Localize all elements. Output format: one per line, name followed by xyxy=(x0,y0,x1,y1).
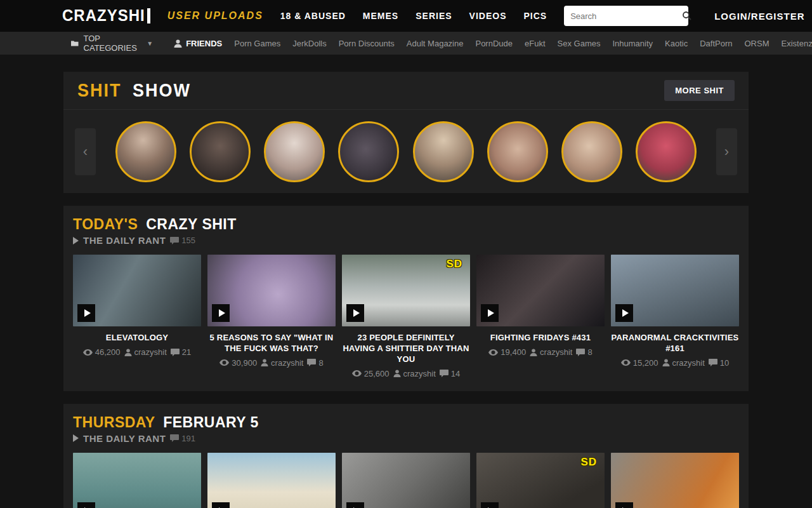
view-count: 30,900 xyxy=(232,358,257,368)
video-title[interactable]: PARANORMAL CRACKTIVITIES #161 xyxy=(611,333,739,354)
play-triangle-icon xyxy=(73,434,79,442)
friend-link-inhumanity[interactable]: Inhumanity xyxy=(612,39,653,48)
top-categories-dropdown[interactable]: TOP CATEGORIES ▼ xyxy=(71,34,153,53)
video-thumbnail[interactable]: SD xyxy=(476,453,605,508)
rant-comment-count-value: 155 xyxy=(181,236,195,245)
video-title[interactable]: ELEVATOLOGY xyxy=(73,333,201,344)
video-author[interactable]: crazyshit xyxy=(672,358,705,368)
video-thumbnail[interactable] xyxy=(476,255,605,326)
nav-pics[interactable]: PICS xyxy=(523,11,547,21)
play-button[interactable] xyxy=(212,502,230,508)
video-card xyxy=(207,453,336,508)
friend-link-sex-games[interactable]: Sex Games xyxy=(558,39,601,48)
login-register-link[interactable]: LOGIN/REGISTER xyxy=(714,11,804,22)
eye-icon xyxy=(352,370,362,377)
video-card xyxy=(611,453,739,508)
avatar[interactable] xyxy=(190,121,251,182)
friends-label-item[interactable]: FRIENDS xyxy=(174,39,222,48)
avatar[interactable] xyxy=(264,121,325,182)
avatar[interactable] xyxy=(338,121,399,182)
friend-link-jerkdolls[interactable]: JerkDolls xyxy=(292,39,326,48)
video-thumbnail[interactable] xyxy=(342,453,470,508)
eye-icon xyxy=(621,359,631,366)
video-thumbnail[interactable] xyxy=(611,255,739,326)
friend-link-orsm[interactable]: ORSM xyxy=(745,39,769,48)
eye-icon xyxy=(488,349,498,356)
carousel-next-button[interactable]: › xyxy=(716,128,737,175)
play-button[interactable] xyxy=(77,304,95,322)
play-icon xyxy=(622,309,629,317)
search-icon[interactable] xyxy=(682,11,692,21)
video-card: ELEVATOLOGY 46,200 crazyshit 21 xyxy=(73,255,201,378)
play-button[interactable] xyxy=(346,502,364,508)
video-thumbnail[interactable] xyxy=(611,453,739,508)
play-button[interactable] xyxy=(481,502,499,508)
video-title[interactable]: 5 REASONS TO SAY "WHAT IN THE FUCK WAS T… xyxy=(207,333,336,354)
more-shit-button[interactable]: MORE SHIT xyxy=(664,80,735,101)
avatar[interactable] xyxy=(636,121,697,182)
site-logo[interactable]: CRAZYSHI xyxy=(62,7,150,25)
daily-rant-link[interactable]: THE DAILY RANT xyxy=(83,433,166,444)
person-icon xyxy=(662,359,670,366)
comment-icon xyxy=(709,359,717,366)
friend-link-daftporn[interactable]: DaftPorn xyxy=(700,39,732,48)
video-author[interactable]: crazyshit xyxy=(271,358,303,368)
play-button[interactable] xyxy=(77,502,95,508)
friend-link-adult-magazine[interactable]: Adult Magazine xyxy=(407,39,464,48)
friend-link-porn-games[interactable]: Porn Games xyxy=(234,39,280,48)
comment-icon xyxy=(576,349,585,356)
play-button[interactable] xyxy=(212,304,230,322)
play-icon xyxy=(219,309,225,317)
friend-link-kaotic[interactable]: Kaotic xyxy=(665,39,688,48)
friend-link-porndude[interactable]: PornDude xyxy=(475,39,513,48)
play-button[interactable] xyxy=(615,304,633,322)
nav-series[interactable]: SERIES xyxy=(416,11,452,21)
video-thumbnail[interactable] xyxy=(207,453,336,508)
avatar[interactable] xyxy=(115,121,176,182)
video-card: SD xyxy=(476,453,605,508)
video-author[interactable]: crazyshit xyxy=(403,369,436,378)
video-thumbnail[interactable] xyxy=(207,255,336,326)
video-meta: 46,200 crazyshit 21 xyxy=(73,347,201,357)
view-count: 46,200 xyxy=(95,347,121,357)
avatar[interactable] xyxy=(413,121,474,182)
search-box xyxy=(564,6,688,26)
video-title[interactable]: 23 PEOPLE DEFINITELY HAVING A SHITTIER D… xyxy=(342,333,470,365)
nav-memes[interactable]: MEMES xyxy=(363,11,398,21)
avatar[interactable] xyxy=(487,121,548,182)
comment-count: 14 xyxy=(451,369,460,378)
logo-bar-glyph xyxy=(147,8,150,23)
comment-icon xyxy=(170,237,179,244)
play-button[interactable] xyxy=(346,304,364,322)
section-title-accent: THURSDAY xyxy=(73,414,155,431)
search-input[interactable] xyxy=(570,11,682,21)
video-thumbnail[interactable] xyxy=(73,255,201,326)
video-thumbnail[interactable]: SD xyxy=(342,255,470,326)
nav-user-uploads[interactable]: USER UPLOADS xyxy=(167,10,263,22)
friend-link-porn-discounts[interactable]: Porn Discounts xyxy=(339,39,395,48)
shit-show-panel: SHIT SHOW MORE SHIT ‹ › xyxy=(63,72,749,193)
nav-videos[interactable]: VIDEOS xyxy=(469,11,507,21)
video-author[interactable]: crazyshit xyxy=(134,347,167,357)
person-icon xyxy=(174,39,182,48)
video-thumbnail[interactable] xyxy=(73,453,201,508)
daily-rant-link[interactable]: THE DAILY RANT xyxy=(83,235,166,246)
video-card: FIGHTING FRIDAYS #431 19,400 crazyshit 8 xyxy=(476,255,605,378)
video-card: SD 23 PEOPLE DEFINITELY HAVING A SHITTIE… xyxy=(342,255,470,378)
video-title[interactable]: FIGHTING FRIDAYS #431 xyxy=(476,333,605,344)
avatar[interactable] xyxy=(561,121,622,182)
folder-icon xyxy=(71,39,79,47)
carousel-prev-button[interactable]: ‹ xyxy=(75,128,96,175)
person-icon xyxy=(530,349,537,356)
play-button[interactable] xyxy=(481,304,499,322)
secondary-navigation-bar: TOP CATEGORIES ▼ FRIENDS Porn Games Jerk… xyxy=(0,32,812,55)
friend-link-efukt[interactable]: eFukt xyxy=(525,39,546,48)
person-icon xyxy=(393,370,401,377)
friend-link-existenz[interactable]: Existenz xyxy=(782,39,812,48)
play-button[interactable] xyxy=(615,502,633,508)
video-author[interactable]: crazyshit xyxy=(540,347,572,357)
comment-icon xyxy=(307,359,316,366)
nav-18-abused[interactable]: 18 & ABUSED xyxy=(280,11,346,21)
site-logo-text: CRAZYSHI xyxy=(62,6,145,25)
top-navigation-bar: CRAZYSHI USER UPLOADS 18 & ABUSED MEMES … xyxy=(0,0,812,32)
